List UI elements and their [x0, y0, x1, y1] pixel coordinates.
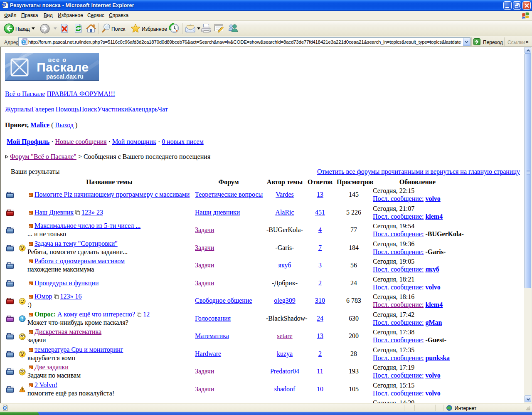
svg-text:?: ? [21, 316, 23, 321]
